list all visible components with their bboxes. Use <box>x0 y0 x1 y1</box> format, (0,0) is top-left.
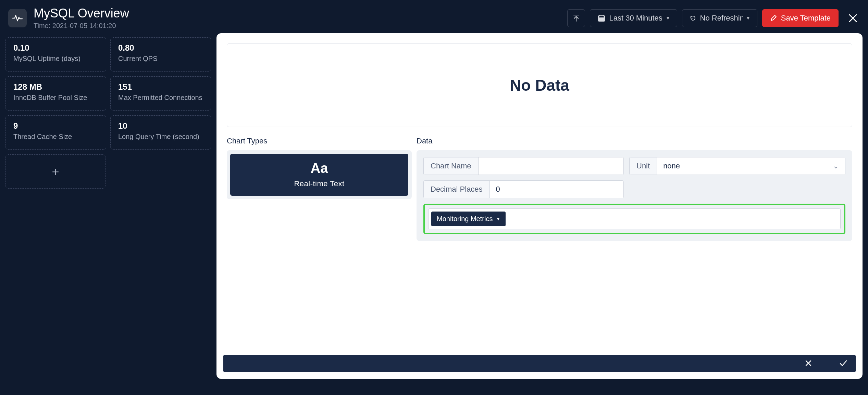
monitoring-metrics-box: Monitoring Metrics ▼ <box>423 204 845 234</box>
decimal-places-label: Decimal Places <box>424 181 490 198</box>
decimal-places-field: Decimal Places <box>423 180 624 198</box>
metric-label: MySQL Uptime (days) <box>13 55 98 63</box>
metric-card[interactable]: 9 Thread Cache Size <box>5 115 106 150</box>
monitoring-metrics-chip[interactable]: Monitoring Metrics ▼ <box>431 212 506 226</box>
chart-type-name: Real-time Text <box>294 179 344 188</box>
unit-field: Unit none ⌄ <box>629 157 845 175</box>
metric-label: Long Query Time (second) <box>118 133 203 141</box>
refresh-picker[interactable]: No Refreshing ▾ <box>682 9 757 27</box>
upload-button[interactable] <box>567 9 585 27</box>
check-icon <box>839 360 847 367</box>
metric-value: 0.80 <box>118 43 203 53</box>
metric-card[interactable]: 0.80 Current QPS <box>110 37 211 72</box>
save-template-label: Save Template <box>781 14 831 23</box>
metric-value: 0.10 <box>13 43 98 53</box>
caret-down-icon: ▼ <box>496 217 500 221</box>
chart-type-glyph: Aa <box>310 161 328 176</box>
chart-editor-panel: No Data Chart Types Aa Real-time Text Da… <box>216 33 863 379</box>
chart-name-field: Chart Name <box>423 157 624 175</box>
chevron-down-icon: ▾ <box>747 15 749 21</box>
chart-type-option[interactable]: Aa Real-time Text <box>227 150 412 199</box>
chart-types-heading: Chart Types <box>227 137 412 145</box>
close-icon <box>805 360 812 367</box>
refresh-icon <box>690 15 696 22</box>
save-template-button[interactable]: Save Template <box>762 9 839 27</box>
metric-value: 9 <box>13 121 98 131</box>
metric-label: Thread Cache Size <box>13 133 98 141</box>
time-range-picker[interactable]: Last 30 Minutes ▾ <box>590 9 677 27</box>
page-title: MySQL Overview <box>34 6 129 21</box>
plus-icon: ＋ <box>50 164 61 179</box>
decimal-places-input[interactable] <box>490 181 623 198</box>
monitoring-metrics-input[interactable]: Monitoring Metrics ▼ <box>428 208 841 229</box>
preview-text: No Data <box>510 76 569 94</box>
chart-name-input[interactable] <box>479 157 623 175</box>
metric-card[interactable]: 10 Long Query Time (second) <box>110 115 211 150</box>
chevron-down-icon: ⌄ <box>833 162 839 170</box>
metric-label: InnoDB Buffer Pool Size <box>13 94 98 102</box>
metric-label: Current QPS <box>118 55 203 63</box>
chart-name-label: Chart Name <box>424 157 479 175</box>
unit-label: Unit <box>630 157 657 175</box>
data-heading: Data <box>417 137 852 145</box>
metric-card[interactable]: 151 Max Permitted Connections <box>110 76 211 111</box>
calendar-icon <box>598 14 605 22</box>
app-icon <box>8 9 27 27</box>
confirm-button[interactable] <box>839 358 847 369</box>
metric-value: 151 <box>118 82 203 92</box>
refresh-label: No Refreshing <box>700 14 743 23</box>
page-subtitle: Time: 2021-07-05 14:01:20 <box>34 22 129 30</box>
chevron-down-icon: ▾ <box>667 15 669 21</box>
editor-action-bar <box>223 355 856 372</box>
chart-preview: No Data <box>227 43 852 127</box>
monitoring-metrics-label: Monitoring Metrics <box>437 215 493 223</box>
pencil-icon <box>770 15 777 22</box>
close-icon <box>848 13 858 23</box>
unit-select[interactable]: none ⌄ <box>657 157 845 175</box>
time-range-label: Last 30 Minutes <box>609 14 662 23</box>
metric-card[interactable]: 0.10 MySQL Uptime (days) <box>5 37 106 72</box>
upload-icon <box>573 14 580 22</box>
metrics-sidebar: 0.10 MySQL Uptime (days) 0.80 Current QP… <box>5 33 211 189</box>
cancel-button[interactable] <box>805 358 812 369</box>
data-config-section: Chart Name Unit none ⌄ <box>417 150 852 241</box>
metric-label: Max Permitted Connections <box>118 94 203 102</box>
metric-value: 128 MB <box>13 82 98 92</box>
metric-value: 10 <box>118 121 203 131</box>
add-metric-button[interactable]: ＋ <box>5 154 106 189</box>
close-button[interactable] <box>846 11 860 25</box>
unit-value: none <box>663 162 680 170</box>
metric-card[interactable]: 128 MB InnoDB Buffer Pool Size <box>5 76 106 111</box>
